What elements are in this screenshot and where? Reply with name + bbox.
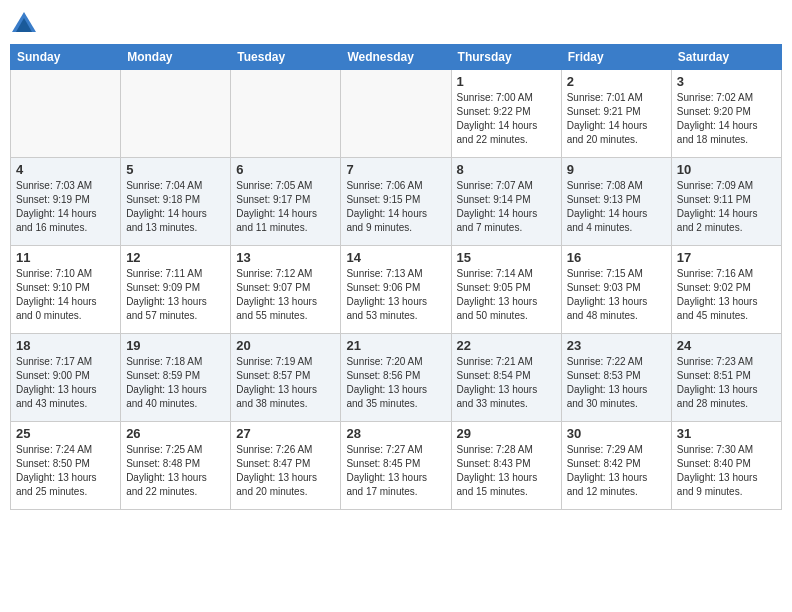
day-info: Sunrise: 7:17 AM Sunset: 9:00 PM Dayligh…	[16, 355, 115, 411]
calendar-cell	[11, 70, 121, 158]
day-number: 19	[126, 338, 225, 353]
day-info: Sunrise: 7:05 AM Sunset: 9:17 PM Dayligh…	[236, 179, 335, 235]
calendar-cell: 28Sunrise: 7:27 AM Sunset: 8:45 PM Dayli…	[341, 422, 451, 510]
day-number: 27	[236, 426, 335, 441]
day-info: Sunrise: 7:25 AM Sunset: 8:48 PM Dayligh…	[126, 443, 225, 499]
day-info: Sunrise: 7:29 AM Sunset: 8:42 PM Dayligh…	[567, 443, 666, 499]
day-number: 14	[346, 250, 445, 265]
day-info: Sunrise: 7:09 AM Sunset: 9:11 PM Dayligh…	[677, 179, 776, 235]
day-number: 20	[236, 338, 335, 353]
calendar-cell: 14Sunrise: 7:13 AM Sunset: 9:06 PM Dayli…	[341, 246, 451, 334]
day-number: 6	[236, 162, 335, 177]
day-number: 24	[677, 338, 776, 353]
column-header-wednesday: Wednesday	[341, 45, 451, 70]
day-number: 30	[567, 426, 666, 441]
calendar-header-row: SundayMondayTuesdayWednesdayThursdayFrid…	[11, 45, 782, 70]
calendar-cell: 6Sunrise: 7:05 AM Sunset: 9:17 PM Daylig…	[231, 158, 341, 246]
calendar-week-row: 1Sunrise: 7:00 AM Sunset: 9:22 PM Daylig…	[11, 70, 782, 158]
day-info: Sunrise: 7:14 AM Sunset: 9:05 PM Dayligh…	[457, 267, 556, 323]
day-number: 25	[16, 426, 115, 441]
day-info: Sunrise: 7:13 AM Sunset: 9:06 PM Dayligh…	[346, 267, 445, 323]
calendar-cell: 10Sunrise: 7:09 AM Sunset: 9:11 PM Dayli…	[671, 158, 781, 246]
calendar-cell: 1Sunrise: 7:00 AM Sunset: 9:22 PM Daylig…	[451, 70, 561, 158]
calendar-week-row: 11Sunrise: 7:10 AM Sunset: 9:10 PM Dayli…	[11, 246, 782, 334]
calendar-table: SundayMondayTuesdayWednesdayThursdayFrid…	[10, 44, 782, 510]
day-info: Sunrise: 7:01 AM Sunset: 9:21 PM Dayligh…	[567, 91, 666, 147]
day-info: Sunrise: 7:03 AM Sunset: 9:19 PM Dayligh…	[16, 179, 115, 235]
day-number: 10	[677, 162, 776, 177]
day-info: Sunrise: 7:18 AM Sunset: 8:59 PM Dayligh…	[126, 355, 225, 411]
day-info: Sunrise: 7:24 AM Sunset: 8:50 PM Dayligh…	[16, 443, 115, 499]
day-number: 17	[677, 250, 776, 265]
calendar-cell: 22Sunrise: 7:21 AM Sunset: 8:54 PM Dayli…	[451, 334, 561, 422]
day-info: Sunrise: 7:28 AM Sunset: 8:43 PM Dayligh…	[457, 443, 556, 499]
logo	[10, 10, 42, 38]
calendar-cell: 9Sunrise: 7:08 AM Sunset: 9:13 PM Daylig…	[561, 158, 671, 246]
calendar-cell: 5Sunrise: 7:04 AM Sunset: 9:18 PM Daylig…	[121, 158, 231, 246]
calendar-week-row: 25Sunrise: 7:24 AM Sunset: 8:50 PM Dayli…	[11, 422, 782, 510]
day-info: Sunrise: 7:10 AM Sunset: 9:10 PM Dayligh…	[16, 267, 115, 323]
day-number: 16	[567, 250, 666, 265]
page-header	[10, 10, 782, 38]
calendar-cell: 2Sunrise: 7:01 AM Sunset: 9:21 PM Daylig…	[561, 70, 671, 158]
calendar-week-row: 18Sunrise: 7:17 AM Sunset: 9:00 PM Dayli…	[11, 334, 782, 422]
day-number: 1	[457, 74, 556, 89]
day-number: 12	[126, 250, 225, 265]
day-number: 15	[457, 250, 556, 265]
day-info: Sunrise: 7:23 AM Sunset: 8:51 PM Dayligh…	[677, 355, 776, 411]
day-number: 22	[457, 338, 556, 353]
day-info: Sunrise: 7:00 AM Sunset: 9:22 PM Dayligh…	[457, 91, 556, 147]
day-number: 7	[346, 162, 445, 177]
calendar-cell: 30Sunrise: 7:29 AM Sunset: 8:42 PM Dayli…	[561, 422, 671, 510]
calendar-cell	[231, 70, 341, 158]
calendar-cell: 29Sunrise: 7:28 AM Sunset: 8:43 PM Dayli…	[451, 422, 561, 510]
day-info: Sunrise: 7:12 AM Sunset: 9:07 PM Dayligh…	[236, 267, 335, 323]
calendar-cell: 12Sunrise: 7:11 AM Sunset: 9:09 PM Dayli…	[121, 246, 231, 334]
calendar-cell: 23Sunrise: 7:22 AM Sunset: 8:53 PM Dayli…	[561, 334, 671, 422]
day-info: Sunrise: 7:21 AM Sunset: 8:54 PM Dayligh…	[457, 355, 556, 411]
column-header-tuesday: Tuesday	[231, 45, 341, 70]
calendar-cell: 17Sunrise: 7:16 AM Sunset: 9:02 PM Dayli…	[671, 246, 781, 334]
day-info: Sunrise: 7:27 AM Sunset: 8:45 PM Dayligh…	[346, 443, 445, 499]
day-number: 2	[567, 74, 666, 89]
calendar-cell: 13Sunrise: 7:12 AM Sunset: 9:07 PM Dayli…	[231, 246, 341, 334]
calendar-cell: 16Sunrise: 7:15 AM Sunset: 9:03 PM Dayli…	[561, 246, 671, 334]
calendar-cell	[341, 70, 451, 158]
logo-icon	[10, 10, 38, 38]
day-number: 9	[567, 162, 666, 177]
calendar-cell: 25Sunrise: 7:24 AM Sunset: 8:50 PM Dayli…	[11, 422, 121, 510]
calendar-cell: 7Sunrise: 7:06 AM Sunset: 9:15 PM Daylig…	[341, 158, 451, 246]
day-number: 26	[126, 426, 225, 441]
calendar-cell: 3Sunrise: 7:02 AM Sunset: 9:20 PM Daylig…	[671, 70, 781, 158]
day-info: Sunrise: 7:07 AM Sunset: 9:14 PM Dayligh…	[457, 179, 556, 235]
calendar-cell: 26Sunrise: 7:25 AM Sunset: 8:48 PM Dayli…	[121, 422, 231, 510]
day-info: Sunrise: 7:16 AM Sunset: 9:02 PM Dayligh…	[677, 267, 776, 323]
day-number: 4	[16, 162, 115, 177]
calendar-cell: 18Sunrise: 7:17 AM Sunset: 9:00 PM Dayli…	[11, 334, 121, 422]
column-header-sunday: Sunday	[11, 45, 121, 70]
day-number: 8	[457, 162, 556, 177]
calendar-cell: 21Sunrise: 7:20 AM Sunset: 8:56 PM Dayli…	[341, 334, 451, 422]
column-header-saturday: Saturday	[671, 45, 781, 70]
calendar-cell: 31Sunrise: 7:30 AM Sunset: 8:40 PM Dayli…	[671, 422, 781, 510]
day-info: Sunrise: 7:22 AM Sunset: 8:53 PM Dayligh…	[567, 355, 666, 411]
day-number: 29	[457, 426, 556, 441]
calendar-cell: 11Sunrise: 7:10 AM Sunset: 9:10 PM Dayli…	[11, 246, 121, 334]
day-number: 11	[16, 250, 115, 265]
calendar-cell: 20Sunrise: 7:19 AM Sunset: 8:57 PM Dayli…	[231, 334, 341, 422]
calendar-cell: 8Sunrise: 7:07 AM Sunset: 9:14 PM Daylig…	[451, 158, 561, 246]
column-header-friday: Friday	[561, 45, 671, 70]
calendar-cell: 27Sunrise: 7:26 AM Sunset: 8:47 PM Dayli…	[231, 422, 341, 510]
day-number: 3	[677, 74, 776, 89]
day-number: 21	[346, 338, 445, 353]
day-number: 23	[567, 338, 666, 353]
day-info: Sunrise: 7:06 AM Sunset: 9:15 PM Dayligh…	[346, 179, 445, 235]
day-info: Sunrise: 7:20 AM Sunset: 8:56 PM Dayligh…	[346, 355, 445, 411]
day-number: 31	[677, 426, 776, 441]
calendar-cell	[121, 70, 231, 158]
day-info: Sunrise: 7:30 AM Sunset: 8:40 PM Dayligh…	[677, 443, 776, 499]
calendar-cell: 19Sunrise: 7:18 AM Sunset: 8:59 PM Dayli…	[121, 334, 231, 422]
column-header-thursday: Thursday	[451, 45, 561, 70]
day-info: Sunrise: 7:19 AM Sunset: 8:57 PM Dayligh…	[236, 355, 335, 411]
calendar-cell: 15Sunrise: 7:14 AM Sunset: 9:05 PM Dayli…	[451, 246, 561, 334]
